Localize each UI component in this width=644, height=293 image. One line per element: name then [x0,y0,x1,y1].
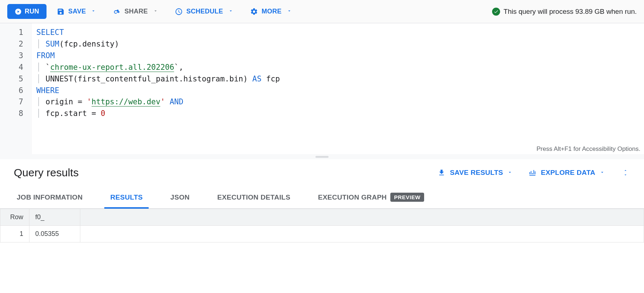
code-area[interactable]: SELECT│ SUM(fcp.density)FROM│ `chrome-ux… [32,23,644,154]
chevron-down-icon [153,8,158,15]
share-icon [113,8,121,16]
chevron-down-icon [622,173,629,177]
save-icon [57,8,65,16]
more-label: MORE [262,8,282,15]
sql-editor[interactable]: 1 2 3 4 5 6 7 8 SELECT│ SUM(fcp.density)… [0,23,644,154]
results-title: Query results [14,166,79,179]
share-label: SHARE [124,8,148,15]
save-results-button[interactable]: SAVE RESULTS [438,169,512,177]
results-table: Row f0_ 1 0.05355 [0,209,644,242]
cell-row: 1 [0,226,29,242]
results-tabs: JOB INFORMATION RESULTS JSON EXECUTION D… [0,186,644,209]
play-icon [15,8,22,15]
results-header: Query results SAVE RESULTS EXPLORE DATA [0,159,644,186]
save-label: SAVE [68,8,86,15]
save-results-label: SAVE RESULTS [450,169,503,177]
tab-execution-details[interactable]: EXECUTION DETAILS [214,186,293,208]
preview-badge: PREVIEW [390,193,424,202]
col-f0: f0_ [29,209,80,226]
explore-data-button[interactable]: EXPLORE DATA [528,169,605,177]
run-button[interactable]: RUN [7,4,47,19]
more-button[interactable]: MORE [243,4,298,19]
schedule-button[interactable]: SCHEDULE [168,4,240,19]
chart-icon [528,169,536,177]
panel-drag-handle[interactable] [0,154,644,159]
toolbar: RUN SAVE SHARE SCHEDULE MORE This query … [0,0,644,23]
table-header-row: Row f0_ [0,209,644,226]
tab-execution-graph[interactable]: EXECUTION GRAPH PREVIEW [315,186,427,208]
line-gutter: 1 2 3 4 5 6 7 8 [0,23,32,154]
accessibility-hint: Press Alt+F1 for Accessibility Options. [536,145,640,153]
status-text: This query will process 93.89 GB when ru… [504,8,637,16]
table-row[interactable]: 1 0.05355 [0,226,644,242]
chevron-up-icon [622,168,629,173]
chevron-down-icon [228,8,233,15]
expand-collapse-button[interactable] [621,167,630,178]
query-status: This query will process 93.89 GB when ru… [492,8,637,16]
share-button[interactable]: SHARE [106,4,164,19]
tab-results[interactable]: RESULTS [107,186,145,208]
check-circle-icon [492,8,500,16]
gear-icon [250,8,258,16]
tab-json[interactable]: JSON [168,186,193,208]
run-label: RUN [25,8,39,15]
explore-data-label: EXPLORE DATA [541,169,595,177]
chevron-down-icon [91,8,96,15]
chevron-down-icon [600,169,605,177]
chevron-down-icon [287,8,292,15]
col-empty [80,209,644,226]
col-row: Row [0,209,29,226]
chevron-down-icon [507,169,512,177]
clock-icon [175,8,183,16]
tab-job-information[interactable]: JOB INFORMATION [14,186,85,208]
save-button[interactable]: SAVE [50,4,103,19]
cell-f0: 0.05355 [29,226,80,242]
schedule-label: SCHEDULE [186,8,223,15]
cell-empty [80,226,644,242]
download-icon [438,169,446,177]
